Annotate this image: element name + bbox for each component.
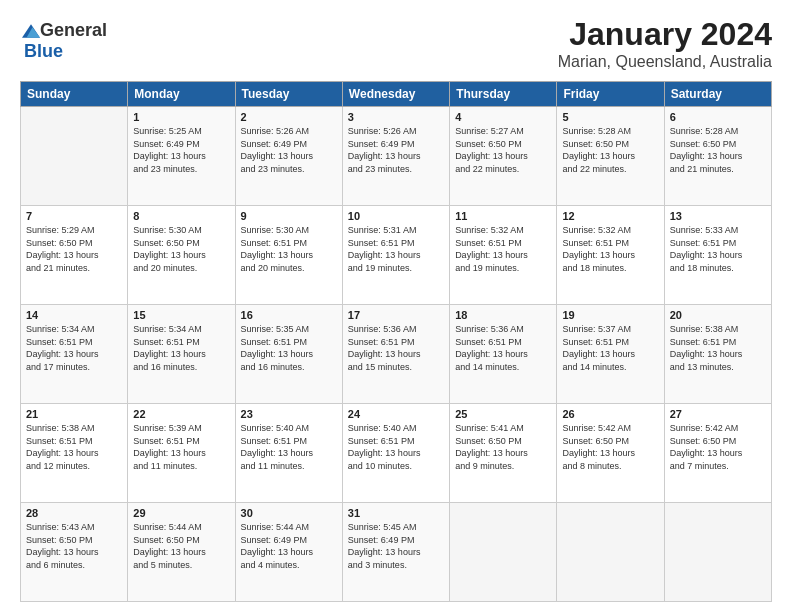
calendar-cell: 27Sunrise: 5:42 AM Sunset: 6:50 PM Dayli… — [664, 404, 771, 503]
calendar-cell — [450, 503, 557, 602]
day-number: 26 — [562, 408, 658, 420]
calendar-week-row: 7Sunrise: 5:29 AM Sunset: 6:50 PM Daylig… — [21, 206, 772, 305]
day-number: 4 — [455, 111, 551, 123]
calendar-cell: 3Sunrise: 5:26 AM Sunset: 6:49 PM Daylig… — [342, 107, 449, 206]
calendar-subtitle: Marian, Queensland, Australia — [558, 53, 772, 71]
calendar-cell: 30Sunrise: 5:44 AM Sunset: 6:49 PM Dayli… — [235, 503, 342, 602]
day-number: 31 — [348, 507, 444, 519]
calendar-cell: 1Sunrise: 5:25 AM Sunset: 6:49 PM Daylig… — [128, 107, 235, 206]
calendar-cell: 10Sunrise: 5:31 AM Sunset: 6:51 PM Dayli… — [342, 206, 449, 305]
day-info: Sunrise: 5:35 AM Sunset: 6:51 PM Dayligh… — [241, 323, 337, 373]
day-number: 5 — [562, 111, 658, 123]
calendar-cell: 9Sunrise: 5:30 AM Sunset: 6:51 PM Daylig… — [235, 206, 342, 305]
day-info: Sunrise: 5:42 AM Sunset: 6:50 PM Dayligh… — [670, 422, 766, 472]
calendar-cell: 25Sunrise: 5:41 AM Sunset: 6:50 PM Dayli… — [450, 404, 557, 503]
calendar-cell: 6Sunrise: 5:28 AM Sunset: 6:50 PM Daylig… — [664, 107, 771, 206]
calendar-cell: 29Sunrise: 5:44 AM Sunset: 6:50 PM Dayli… — [128, 503, 235, 602]
header-wednesday: Wednesday — [342, 82, 449, 107]
calendar-cell: 19Sunrise: 5:37 AM Sunset: 6:51 PM Dayli… — [557, 305, 664, 404]
day-info: Sunrise: 5:42 AM Sunset: 6:50 PM Dayligh… — [562, 422, 658, 472]
day-info: Sunrise: 5:27 AM Sunset: 6:50 PM Dayligh… — [455, 125, 551, 175]
header-monday: Monday — [128, 82, 235, 107]
header-thursday: Thursday — [450, 82, 557, 107]
day-number: 13 — [670, 210, 766, 222]
logo: General Blue — [20, 20, 107, 62]
day-number: 6 — [670, 111, 766, 123]
header-saturday: Saturday — [664, 82, 771, 107]
header-friday: Friday — [557, 82, 664, 107]
calendar-week-row: 1Sunrise: 5:25 AM Sunset: 6:49 PM Daylig… — [21, 107, 772, 206]
day-info: Sunrise: 5:26 AM Sunset: 6:49 PM Dayligh… — [241, 125, 337, 175]
day-info: Sunrise: 5:40 AM Sunset: 6:51 PM Dayligh… — [241, 422, 337, 472]
calendar-cell: 17Sunrise: 5:36 AM Sunset: 6:51 PM Dayli… — [342, 305, 449, 404]
day-number: 15 — [133, 309, 229, 321]
day-number: 1 — [133, 111, 229, 123]
day-info: Sunrise: 5:43 AM Sunset: 6:50 PM Dayligh… — [26, 521, 122, 571]
calendar-table: Sunday Monday Tuesday Wednesday Thursday… — [20, 81, 772, 602]
calendar-cell: 23Sunrise: 5:40 AM Sunset: 6:51 PM Dayli… — [235, 404, 342, 503]
day-number: 28 — [26, 507, 122, 519]
calendar-cell: 2Sunrise: 5:26 AM Sunset: 6:49 PM Daylig… — [235, 107, 342, 206]
calendar-cell: 21Sunrise: 5:38 AM Sunset: 6:51 PM Dayli… — [21, 404, 128, 503]
day-number: 10 — [348, 210, 444, 222]
day-info: Sunrise: 5:29 AM Sunset: 6:50 PM Dayligh… — [26, 224, 122, 274]
day-number: 12 — [562, 210, 658, 222]
calendar-cell: 26Sunrise: 5:42 AM Sunset: 6:50 PM Dayli… — [557, 404, 664, 503]
calendar-cell: 13Sunrise: 5:33 AM Sunset: 6:51 PM Dayli… — [664, 206, 771, 305]
day-number: 7 — [26, 210, 122, 222]
calendar-cell: 24Sunrise: 5:40 AM Sunset: 6:51 PM Dayli… — [342, 404, 449, 503]
day-info: Sunrise: 5:33 AM Sunset: 6:51 PM Dayligh… — [670, 224, 766, 274]
calendar-cell: 18Sunrise: 5:36 AM Sunset: 6:51 PM Dayli… — [450, 305, 557, 404]
day-number: 18 — [455, 309, 551, 321]
day-number: 20 — [670, 309, 766, 321]
day-number: 22 — [133, 408, 229, 420]
day-number: 14 — [26, 309, 122, 321]
day-info: Sunrise: 5:39 AM Sunset: 6:51 PM Dayligh… — [133, 422, 229, 472]
day-info: Sunrise: 5:32 AM Sunset: 6:51 PM Dayligh… — [455, 224, 551, 274]
day-number: 9 — [241, 210, 337, 222]
day-info: Sunrise: 5:31 AM Sunset: 6:51 PM Dayligh… — [348, 224, 444, 274]
header: General Blue January 2024 Marian, Queens… — [20, 16, 772, 71]
day-info: Sunrise: 5:41 AM Sunset: 6:50 PM Dayligh… — [455, 422, 551, 472]
day-number: 11 — [455, 210, 551, 222]
calendar-cell: 20Sunrise: 5:38 AM Sunset: 6:51 PM Dayli… — [664, 305, 771, 404]
calendar-cell: 11Sunrise: 5:32 AM Sunset: 6:51 PM Dayli… — [450, 206, 557, 305]
day-info: Sunrise: 5:37 AM Sunset: 6:51 PM Dayligh… — [562, 323, 658, 373]
calendar-week-row: 28Sunrise: 5:43 AM Sunset: 6:50 PM Dayli… — [21, 503, 772, 602]
calendar-cell: 31Sunrise: 5:45 AM Sunset: 6:49 PM Dayli… — [342, 503, 449, 602]
day-info: Sunrise: 5:36 AM Sunset: 6:51 PM Dayligh… — [455, 323, 551, 373]
calendar-cell: 8Sunrise: 5:30 AM Sunset: 6:50 PM Daylig… — [128, 206, 235, 305]
calendar-cell — [664, 503, 771, 602]
day-info: Sunrise: 5:32 AM Sunset: 6:51 PM Dayligh… — [562, 224, 658, 274]
calendar-cell: 22Sunrise: 5:39 AM Sunset: 6:51 PM Dayli… — [128, 404, 235, 503]
day-number: 17 — [348, 309, 444, 321]
day-number: 25 — [455, 408, 551, 420]
day-number: 29 — [133, 507, 229, 519]
calendar-cell — [557, 503, 664, 602]
day-number: 8 — [133, 210, 229, 222]
calendar-cell: 4Sunrise: 5:27 AM Sunset: 6:50 PM Daylig… — [450, 107, 557, 206]
day-info: Sunrise: 5:38 AM Sunset: 6:51 PM Dayligh… — [670, 323, 766, 373]
calendar-cell: 15Sunrise: 5:34 AM Sunset: 6:51 PM Dayli… — [128, 305, 235, 404]
day-number: 27 — [670, 408, 766, 420]
calendar-title: January 2024 — [558, 16, 772, 53]
page: General Blue January 2024 Marian, Queens… — [0, 0, 792, 612]
day-number: 19 — [562, 309, 658, 321]
day-info: Sunrise: 5:28 AM Sunset: 6:50 PM Dayligh… — [670, 125, 766, 175]
day-info: Sunrise: 5:38 AM Sunset: 6:51 PM Dayligh… — [26, 422, 122, 472]
day-info: Sunrise: 5:26 AM Sunset: 6:49 PM Dayligh… — [348, 125, 444, 175]
header-sunday: Sunday — [21, 82, 128, 107]
day-info: Sunrise: 5:30 AM Sunset: 6:50 PM Dayligh… — [133, 224, 229, 274]
day-number: 30 — [241, 507, 337, 519]
calendar-week-row: 14Sunrise: 5:34 AM Sunset: 6:51 PM Dayli… — [21, 305, 772, 404]
day-number: 16 — [241, 309, 337, 321]
calendar-cell: 16Sunrise: 5:35 AM Sunset: 6:51 PM Dayli… — [235, 305, 342, 404]
calendar-header-row: Sunday Monday Tuesday Wednesday Thursday… — [21, 82, 772, 107]
logo-general: General — [40, 20, 107, 41]
day-number: 21 — [26, 408, 122, 420]
logo-blue: Blue — [24, 41, 63, 62]
day-info: Sunrise: 5:28 AM Sunset: 6:50 PM Dayligh… — [562, 125, 658, 175]
day-info: Sunrise: 5:44 AM Sunset: 6:50 PM Dayligh… — [133, 521, 229, 571]
day-info: Sunrise: 5:45 AM Sunset: 6:49 PM Dayligh… — [348, 521, 444, 571]
calendar-cell: 12Sunrise: 5:32 AM Sunset: 6:51 PM Dayli… — [557, 206, 664, 305]
